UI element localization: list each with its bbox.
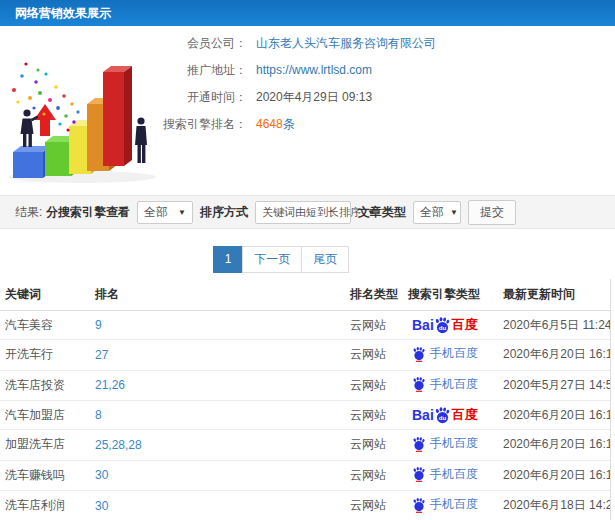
engine-type-cell: 手机百度: [403, 491, 498, 520]
engine-filter-value: 全部: [144, 204, 168, 221]
table-row: 洗车店投资21,26云网站手机百度2020年5月27日 14:58: [0, 370, 610, 401]
baidu-bai-text: Bai: [412, 317, 434, 333]
rank-type-cell: 云网站: [345, 340, 403, 371]
caret-down-icon: ▼: [450, 208, 458, 217]
rank-type-cell: 云网站: [345, 370, 403, 401]
article-type-label: 文章类型: [358, 204, 406, 221]
keyword-cell: 洗车店利润: [0, 491, 90, 520]
engine-rank-number: 4648: [256, 117, 283, 131]
engine-type-cell: Baidu百度: [403, 311, 498, 340]
keyword-cell: 洗车赚钱吗: [0, 460, 90, 491]
mobile-baidu-logo: 手机百度: [412, 466, 478, 483]
rank-type-cell: 云网站: [345, 491, 403, 520]
engine-type-cell: Baidu百度: [403, 401, 498, 430]
caret-down-icon: ▼: [178, 208, 186, 217]
rank-cell[interactable]: 30: [90, 460, 345, 491]
keyword-cell: 开洗车行: [0, 340, 90, 371]
engine-filter-select[interactable]: 全部 ▼: [137, 201, 193, 224]
last-page-button[interactable]: 尾页: [301, 246, 349, 273]
rank-cell[interactable]: 8: [90, 401, 345, 430]
updated-cell: 2020年6月20日 16:11: [498, 430, 610, 461]
results-table: 关键词 排名 排名类型 搜索引擎类型 最新更新时间 汽车美容9云网站Baidu百…: [0, 279, 611, 520]
mobile-baidu-paw-icon: [412, 346, 426, 362]
mobile-baidu-text: 手机百度: [430, 466, 478, 483]
baidu-cn-text: 百度: [452, 316, 478, 334]
bar-red: [103, 66, 132, 166]
table-row: 洗车赚钱吗30云网站手机百度2020年6月20日 16:12: [0, 460, 610, 491]
mobile-baidu-text: 手机百度: [430, 345, 478, 362]
keyword-cell: 汽车加盟店: [0, 401, 90, 430]
table-row: 开洗车行27云网站手机百度2020年6月20日 16:16: [0, 340, 610, 371]
header-keyword: 关键词: [0, 279, 90, 311]
filter-bar: 结果: 分搜索引擎查看 全部 ▼ 排序方式 关键词由短到长排序 ▼ 文章类型 全…: [0, 195, 615, 229]
mobile-baidu-paw-icon: [412, 497, 426, 513]
updated-cell: 2020年6月20日 16:12: [498, 460, 610, 491]
article-type-select[interactable]: 全部 ▼: [413, 201, 461, 224]
rank-cell[interactable]: 25,28,28: [90, 430, 345, 461]
engine-type-cell: 手机百度: [403, 460, 498, 491]
article-type-value: 全部: [420, 204, 444, 221]
baidu-cn-text: 百度: [452, 406, 478, 424]
rank-cell[interactable]: 21,26: [90, 370, 345, 401]
mobile-baidu-paw-icon: [412, 436, 426, 452]
promo-url-link[interactable]: https://www.lrtlsd.com: [256, 63, 372, 77]
table-row: 加盟洗车店25,28,28云网站手机百度2020年6月20日 16:11: [0, 430, 610, 461]
open-time-label: 开通时间：: [155, 89, 247, 106]
keyword-cell: 汽车美容: [0, 311, 90, 340]
result-label: 结果:: [15, 204, 42, 221]
updated-cell: 2020年6月20日 16:12: [498, 401, 610, 430]
engine-rank-label: 搜索引擎排名：: [155, 116, 247, 133]
engine-type-cell: 手机百度: [403, 340, 498, 371]
open-time-row: 开通时间： 2020年4月29日 09:13: [155, 90, 436, 104]
rank-type-cell: 云网站: [345, 460, 403, 491]
mobile-baidu-text: 手机百度: [430, 496, 478, 513]
mobile-baidu-logo: 手机百度: [412, 435, 478, 452]
promo-url-label: 推广地址：: [155, 62, 247, 79]
rank-type-cell: 云网站: [345, 430, 403, 461]
engine-type-cell: 手机百度: [403, 430, 498, 461]
account-info: 会员公司： 山东老人头汽车服务咨询有限公司 推广地址： https://www.…: [155, 36, 436, 144]
rank-cell[interactable]: 27: [90, 340, 345, 371]
member-company-row: 会员公司： 山东老人头汽车服务咨询有限公司: [155, 36, 436, 50]
updated-cell: 2020年6月20日 16:16: [498, 340, 610, 371]
engine-rank-unit: 条: [283, 117, 295, 131]
baidu-paw-icon: du: [434, 406, 451, 424]
marketing-report-page: 网络营销效果展示: [0, 0, 615, 520]
rank-type-cell: 云网站: [345, 311, 403, 340]
bar-chart-illustration: [0, 30, 180, 190]
keyword-cell: 洗车店投资: [0, 370, 90, 401]
submit-button[interactable]: 提交: [468, 200, 516, 225]
mobile-baidu-text: 手机百度: [430, 376, 478, 393]
rank-cell[interactable]: 30: [90, 491, 345, 520]
table-row: 汽车加盟店8云网站Baidu百度2020年6月20日 16:12: [0, 401, 610, 430]
table-header-row: 关键词 排名 排名类型 搜索引擎类型 最新更新时间: [0, 279, 610, 311]
pagination: 1 下一页 尾页: [0, 246, 589, 273]
open-time-value: 2020年4月29日 09:13: [256, 89, 372, 106]
header-rank: 排名: [90, 279, 345, 311]
table-row: 洗车店利润30云网站手机百度2020年6月18日 14:27: [0, 491, 610, 520]
updated-cell: 2020年5月27日 14:58: [498, 370, 610, 401]
member-company-label: 会员公司：: [155, 35, 247, 52]
member-company-link[interactable]: 山东老人头汽车服务咨询有限公司: [256, 35, 436, 52]
baidu-bai-text: Bai: [412, 407, 434, 423]
page-1-button[interactable]: 1: [213, 246, 244, 273]
engine-rank-value: 4648条: [256, 116, 295, 133]
svg-text:du: du: [439, 414, 447, 421]
table-row: 汽车美容9云网站Baidu百度2020年6月5日 11:24: [0, 311, 610, 340]
mobile-baidu-logo: 手机百度: [412, 496, 478, 513]
svg-text:du: du: [439, 324, 447, 331]
updated-cell: 2020年6月18日 14:27: [498, 491, 610, 520]
baidu-logo: Baidu百度: [412, 316, 478, 334]
page-title: 网络营销效果展示: [0, 0, 615, 26]
updated-cell: 2020年6月5日 11:24: [498, 311, 610, 340]
promo-url-row: 推广地址： https://www.lrtlsd.com: [155, 63, 436, 77]
rank-cell[interactable]: 9: [90, 311, 345, 340]
next-page-button[interactable]: 下一页: [242, 246, 302, 273]
businessman-left: [21, 109, 39, 147]
engine-rank-row: 搜索引擎排名： 4648条: [155, 117, 436, 131]
sort-value: 关键词由短到长排序: [262, 205, 361, 220]
sort-label: 排序方式: [200, 204, 248, 221]
header-rank-type: 排名类型: [345, 279, 403, 311]
sort-select[interactable]: 关键词由短到长排序 ▼: [255, 201, 351, 224]
businessman-right: [135, 117, 147, 163]
